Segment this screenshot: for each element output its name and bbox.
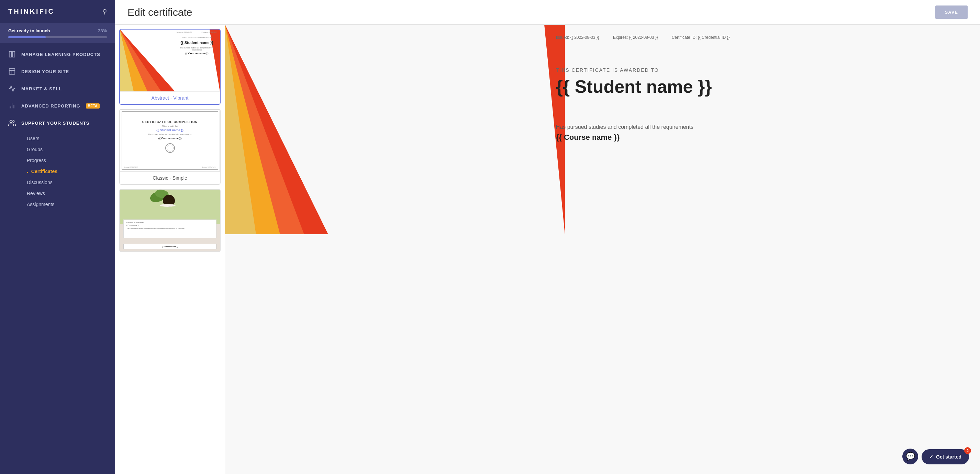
sidebar: THINKIFIC ⚲ Get ready to launch 38% MANA…	[0, 0, 115, 474]
svg-rect-1	[13, 51, 15, 57]
beta-badge: BETA	[86, 103, 100, 108]
main-content: Edit certificate SAVE	[115, 0, 980, 474]
template-label-classic: Classic - Simple	[120, 172, 220, 184]
cert-awarded-label: THIS CERTIFICATE IS AWARDED TO	[556, 67, 966, 73]
subnav-item-progress[interactable]: Progress	[21, 155, 115, 166]
template-label-abstract: Abstract - Vibrant	[120, 91, 220, 104]
preview-classic-footer: Issueed 2020-01-23 Expires 2020-01-23	[124, 167, 215, 168]
cert-student-name: {{ Student name }}	[556, 77, 966, 97]
template-card-abstract-vibrant[interactable]: Issued on 2020-01-23 Expires on 2020-01-…	[119, 29, 221, 105]
sidebar-item-advanced-reporting[interactable]: ADVANCED REPORTING BETA	[0, 97, 115, 115]
seal-inner	[167, 145, 173, 151]
preview-certify-text: This is to certify that	[162, 125, 177, 127]
svg-rect-2	[9, 69, 15, 75]
subnav-item-groups[interactable]: Groups	[21, 144, 115, 155]
cert-id-text: Certificate ID: {{ Credential ID }}	[672, 35, 730, 40]
preview-student-name: {{ Student name }}	[177, 41, 217, 45]
template-card-photo[interactable]: Certificate of achievement{{ Course name…	[119, 189, 221, 252]
subnav-item-discussions[interactable]: Discussions	[21, 177, 115, 188]
preview-issued: Issued on 2020-01-23	[177, 32, 192, 33]
template-preview-abstract: Issued on 2020-01-23 Expires on 2020-01-…	[120, 30, 220, 91]
cert-expires-text: Expires: {{ 2022-08-03 }}	[613, 35, 658, 40]
template-list: Issued on 2020-01-23 Expires on 2020-01-…	[115, 25, 225, 474]
preview-course: {{ Course name }}	[177, 52, 217, 55]
photo-saucer	[160, 204, 175, 207]
cert-preview: Issued: {{ 2022-08-03 }} Expires: {{ 202…	[225, 25, 980, 474]
launch-progress-fill	[8, 36, 46, 38]
classic-issued: Issueed 2020-01-23	[124, 167, 138, 168]
save-button[interactable]: SAVE	[935, 5, 967, 19]
subnav-item-assignments[interactable]: Assignments	[21, 199, 115, 210]
template-preview-classic: CERTIFICATE OF COMPLETION This is to cer…	[120, 110, 220, 172]
subnav-item-certificates[interactable]: Certificates	[21, 166, 115, 177]
book-icon	[8, 51, 16, 58]
preview-expires: Expires on 2020-01-23	[201, 32, 217, 33]
sidebar-item-design-site[interactable]: DESIGN YOUR SITE	[0, 63, 115, 80]
yellow-triangle	[120, 30, 134, 91]
preview-classic-bg: CERTIFICATE OF COMPLETION This is to cer…	[120, 110, 220, 172]
content-area: Issued on 2020-01-23 Expires on 2020-01-…	[115, 25, 980, 474]
users-icon	[8, 119, 16, 127]
nav-section: MANAGE LEARNING PRODUCTS DESIGN YOUR SIT…	[0, 43, 115, 214]
cert-left-triangles	[225, 25, 565, 474]
launch-bar-percent: 38%	[98, 28, 107, 33]
cert-pursued-text: Has pursued studies and completed all th…	[556, 124, 966, 130]
reporting-icon	[8, 102, 16, 110]
photo-name-box: {{ Student name }}	[123, 244, 216, 250]
cert-course-name: {{ Course name }}	[556, 133, 966, 142]
launch-bar-header: Get ready to launch 38%	[8, 28, 107, 33]
preview-classic-seal	[165, 143, 175, 153]
launch-progress-track	[8, 36, 107, 38]
cert-main-content: Issued: {{ 2022-08-03 }} Expires: {{ 202…	[542, 25, 980, 474]
preview-cert-of-completion: CERTIFICATE OF COMPLETION	[142, 120, 197, 124]
sidebar-item-manage-learning[interactable]: MANAGE LEARNING PRODUCTS	[0, 46, 115, 63]
preview-classic-course: {{ Course name }}	[158, 137, 182, 140]
logo-text: THINKIFIC	[8, 8, 55, 16]
chat-icon: 💬	[906, 452, 915, 461]
template-card-classic-simple[interactable]: CERTIFICATE OF COMPLETION This is to cer…	[119, 109, 221, 185]
get-started-button[interactable]: ✓ Get started 2	[921, 449, 969, 464]
svg-point-8	[10, 120, 13, 122]
subnav-item-reviews[interactable]: Reviews	[21, 188, 115, 199]
chat-button[interactable]: 💬	[902, 449, 918, 464]
subnav-item-users[interactable]: Users	[21, 133, 115, 144]
preview-classic-student: {{ Student name }}	[156, 129, 183, 132]
cert-issued-text: Issued: {{ 2022-08-03 }}	[556, 35, 599, 40]
template-preview-photo: Certificate of achievement{{ Course name…	[120, 189, 220, 251]
launch-bar-title: Get ready to launch	[8, 28, 50, 33]
get-started-badge: 2	[964, 447, 971, 454]
sidebar-logo: THINKIFIC ⚲	[0, 0, 115, 23]
preview-abstract-bg: Issued on 2020-01-23 Expires on 2020-01-…	[120, 30, 220, 91]
layout-icon	[8, 68, 16, 75]
sidebar-item-support-students[interactable]: SUPPORT YOUR STUDENTS	[0, 115, 115, 132]
chart-icon	[8, 85, 16, 92]
photo-thumbnail-bg: Certificate of achievement{{ Course name…	[120, 189, 220, 251]
sidebar-item-market-sell[interactable]: MARKET & SELL	[0, 80, 115, 97]
cert-main: Issued: {{ 2022-08-03 }} Expires: {{ 202…	[225, 25, 980, 474]
cert-triangle-4	[225, 25, 256, 234]
classic-expires: Expires 2020-01-23	[202, 167, 215, 168]
photo-notebook: Certificate of achievement{{ Course name…	[123, 220, 216, 239]
photo-top-area	[120, 189, 220, 224]
preview-classic-pursued: Has pursued studies and completed all th…	[148, 133, 191, 135]
get-started-label: Get started	[936, 454, 961, 460]
preview-header-row: Issued on 2020-01-23 Expires on 2020-01-…	[177, 32, 217, 33]
main-header: Edit certificate SAVE	[115, 0, 980, 25]
checkmark-icon: ✓	[929, 454, 933, 460]
cert-meta-row: Issued: {{ 2022-08-03 }} Expires: {{ 202…	[556, 35, 966, 40]
photo-notebook-cert-achievement: Certificate of achievement{{ Course name…	[126, 221, 213, 230]
right-stripe	[210, 30, 220, 91]
subnav: Users Groups Progress Certificates Discu…	[0, 132, 115, 211]
svg-rect-0	[9, 51, 11, 57]
launch-bar: Get ready to launch 38%	[0, 23, 115, 43]
page-title: Edit certificate	[127, 6, 192, 18]
preview-awarded-label: THIS CERTIFICATE IS AWARDED TO	[177, 37, 217, 38]
search-icon[interactable]: ⚲	[102, 8, 107, 16]
preview-desc: Has pursued studies and completed all t …	[177, 47, 217, 51]
